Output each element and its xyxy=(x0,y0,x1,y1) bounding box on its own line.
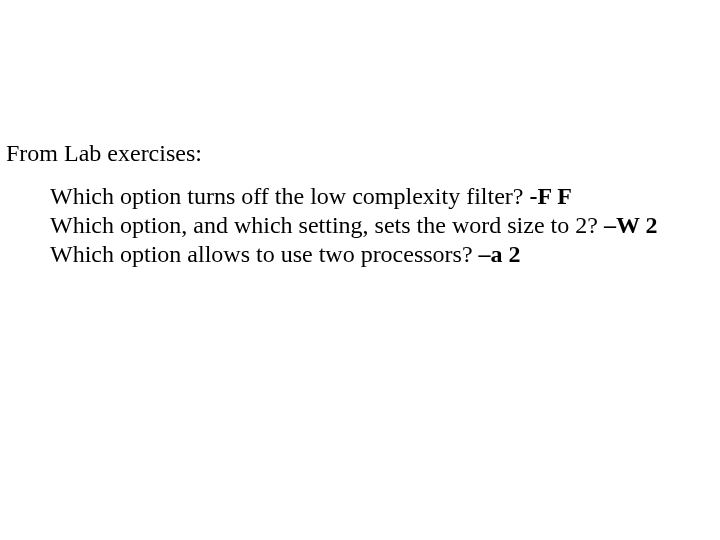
question-2-text: Which option, and which setting, sets th… xyxy=(50,212,604,238)
question-line-2: Which option, and which setting, sets th… xyxy=(50,211,657,240)
slide: From Lab exercises: Which option turns o… xyxy=(0,0,720,540)
question-1-answer: -F F xyxy=(529,183,571,209)
question-2-answer: –W 2 xyxy=(604,212,658,238)
question-line-1: Which option turns off the low complexit… xyxy=(50,182,657,211)
question-3-answer: –a 2 xyxy=(479,241,521,267)
question-1-text: Which option turns off the low complexit… xyxy=(50,183,529,209)
question-block: Which option turns off the low complexit… xyxy=(50,182,657,269)
question-line-3: Which option allows to use two processor… xyxy=(50,240,657,269)
section-heading: From Lab exercises: xyxy=(6,139,202,167)
question-3-text: Which option allows to use two processor… xyxy=(50,241,479,267)
